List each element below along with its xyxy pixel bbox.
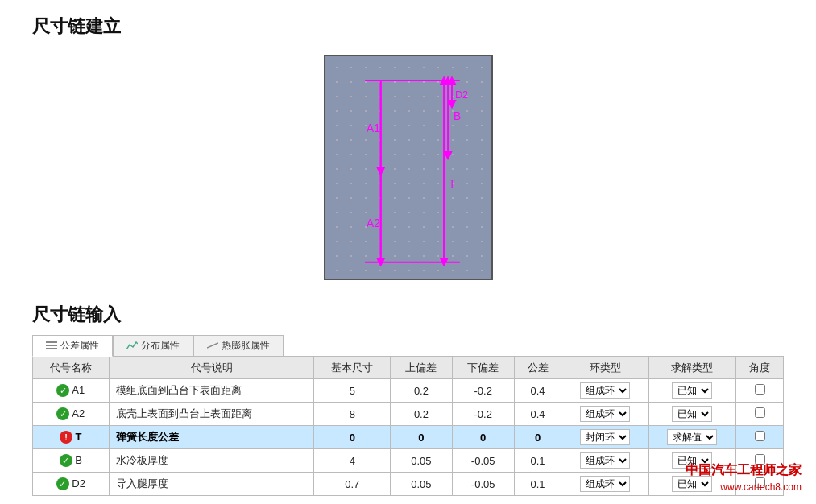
cell-ring-type[interactable]: 封闭环 bbox=[561, 426, 648, 449]
cell-lower: -0.2 bbox=[452, 379, 514, 403]
svg-text:B: B bbox=[453, 110, 460, 122]
col-basic: 基本尺寸 bbox=[314, 357, 391, 379]
cell-basic: 5 bbox=[314, 379, 391, 403]
watermark-sub: www.cartech8.com bbox=[686, 480, 802, 494]
cell-tol: 0.4 bbox=[514, 403, 561, 426]
cell-ring-type[interactable]: 组成环 bbox=[561, 403, 648, 426]
cell-basic: 4 bbox=[314, 449, 391, 473]
svg-rect-16 bbox=[46, 348, 57, 349]
solve-type-select[interactable]: 已知 bbox=[672, 382, 712, 399]
tab-distribution[interactable]: 分布属性 bbox=[113, 335, 193, 356]
cell-lower: -0.05 bbox=[452, 473, 514, 496]
cell-angle[interactable] bbox=[736, 379, 784, 403]
cell-lower: -0.05 bbox=[452, 449, 514, 473]
table-row: ! T弹簧长度公差0000封闭环求解值 bbox=[33, 426, 784, 449]
angle-checkbox[interactable] bbox=[755, 407, 765, 418]
cell-desc: 弹簧长度公差 bbox=[109, 426, 314, 449]
svg-rect-15 bbox=[46, 345, 57, 346]
table-row: ✓ A1模组底面到凸台下表面距离50.2-0.20.4组成环已知 bbox=[33, 379, 784, 403]
cell-angle[interactable] bbox=[736, 426, 784, 449]
svg-line-17 bbox=[207, 343, 218, 348]
cell-basic: 8 bbox=[314, 403, 391, 426]
ok-icon: ✓ bbox=[56, 407, 69, 420]
diagram-area: A1 A2 T B D2 bbox=[0, 55, 816, 280]
watermark-main: 中国汽车工程师之家 bbox=[686, 461, 802, 480]
tab-tolerance[interactable]: 公差属性 bbox=[32, 335, 113, 357]
table-row: ✓ D2导入腿厚度0.70.05-0.050.1组成环已知 bbox=[33, 473, 784, 496]
ok-icon: ✓ bbox=[56, 477, 69, 490]
tab-bar: 公差属性 分布属性 热膨胀属性 bbox=[32, 335, 784, 357]
cell-upper: 0.05 bbox=[391, 473, 453, 496]
svg-rect-14 bbox=[46, 341, 57, 343]
cell-upper: 0.2 bbox=[391, 379, 453, 403]
svg-text:D2: D2 bbox=[454, 89, 467, 101]
cell-ring-type[interactable]: 组成环 bbox=[561, 449, 648, 473]
svg-text:A1: A1 bbox=[367, 122, 380, 134]
cell-basic: 0.7 bbox=[314, 473, 391, 496]
col-solve: 求解类型 bbox=[648, 357, 735, 379]
cell-tol: 0.1 bbox=[514, 449, 561, 473]
chart-icon bbox=[126, 341, 138, 352]
table-row: ✓ A2底壳上表面到凸台上表面距离80.2-0.20.4组成环已知 bbox=[33, 403, 784, 426]
cell-lower: -0.2 bbox=[452, 403, 514, 426]
cell-upper: 0.2 bbox=[391, 403, 453, 426]
angle-checkbox[interactable] bbox=[755, 384, 765, 395]
cell-tol: 0 bbox=[514, 426, 561, 449]
solve-type-select[interactable]: 已知 bbox=[672, 406, 712, 422]
diagram-svg: A1 A2 T B D2 bbox=[325, 56, 491, 279]
col-lower: 下偏差 bbox=[452, 357, 514, 379]
tab-tolerance-label: 公差属性 bbox=[60, 339, 99, 353]
tab-thermal[interactable]: 热膨胀属性 bbox=[193, 335, 284, 356]
cell-code-name: ✓ A1 bbox=[33, 379, 110, 403]
ring-type-select[interactable]: 组成环 bbox=[580, 406, 630, 422]
col-code-desc: 代号说明 bbox=[109, 357, 314, 379]
col-tol: 公差 bbox=[514, 357, 561, 379]
tab-distribution-label: 分布属性 bbox=[141, 339, 180, 353]
cell-code-name: ✓ A2 bbox=[33, 403, 110, 426]
svg-text:T: T bbox=[449, 178, 456, 190]
svg-text:A2: A2 bbox=[367, 217, 380, 229]
page-title-1: 尺寸链建立 bbox=[0, 0, 816, 47]
table-section: 公差属性 分布属性 热膨胀属性 代号名称 代号说明 基本尺寸 上偏差 下偏差 公… bbox=[32, 335, 784, 496]
page-title-2: 尺寸链输入 bbox=[0, 296, 816, 335]
col-ring: 环类型 bbox=[561, 357, 648, 379]
cell-ring-type[interactable]: 组成环 bbox=[561, 379, 648, 403]
angle-checkbox[interactable] bbox=[755, 431, 765, 441]
ok-icon: ✓ bbox=[56, 384, 69, 397]
ok-icon: ✓ bbox=[60, 454, 72, 467]
cell-solve-type[interactable]: 求解值 bbox=[648, 426, 735, 449]
cell-tol: 0.4 bbox=[514, 379, 561, 403]
cell-desc: 模组底面到凸台下表面距离 bbox=[109, 379, 314, 403]
dimension-table: 代号名称 代号说明 基本尺寸 上偏差 下偏差 公差 环类型 求解类型 角度 ✓ … bbox=[32, 357, 784, 496]
cell-upper: 0.05 bbox=[391, 449, 453, 473]
col-code-name: 代号名称 bbox=[33, 357, 110, 379]
dimension-diagram: A1 A2 T B D2 bbox=[324, 55, 493, 280]
cell-basic: 0 bbox=[314, 426, 391, 449]
table-header-row: 代号名称 代号说明 基本尺寸 上偏差 下偏差 公差 环类型 求解类型 角度 bbox=[33, 357, 784, 379]
col-angle: 角度 bbox=[736, 357, 784, 379]
cell-code-name: ✓ D2 bbox=[33, 473, 110, 496]
cell-desc: 底壳上表面到凸台上表面距离 bbox=[109, 403, 314, 426]
cell-desc: 水冷板厚度 bbox=[109, 449, 314, 473]
cell-solve-type[interactable]: 已知 bbox=[648, 403, 735, 426]
col-upper: 上偏差 bbox=[391, 357, 453, 379]
cell-upper: 0 bbox=[391, 426, 453, 449]
cell-angle[interactable] bbox=[736, 403, 784, 426]
ring-type-select[interactable]: 组成环 bbox=[580, 476, 630, 492]
ring-type-select[interactable]: 封闭环 bbox=[580, 429, 630, 445]
watermark: 中国汽车工程师之家 www.cartech8.com bbox=[686, 461, 802, 494]
line-icon bbox=[207, 341, 218, 352]
cell-code-name: ! T bbox=[33, 426, 110, 449]
cell-ring-type[interactable]: 组成环 bbox=[561, 473, 648, 496]
cell-tol: 0.1 bbox=[514, 473, 561, 496]
cell-lower: 0 bbox=[452, 426, 514, 449]
solve-type-select[interactable]: 求解值 bbox=[667, 429, 717, 445]
cell-code-name: ✓ B bbox=[33, 449, 110, 473]
cell-solve-type[interactable]: 已知 bbox=[648, 379, 735, 403]
table-icon bbox=[46, 341, 57, 352]
error-icon: ! bbox=[60, 431, 72, 444]
table-row: ✓ B水冷板厚度40.05-0.050.1组成环已知 bbox=[33, 449, 784, 473]
ring-type-select[interactable]: 组成环 bbox=[580, 382, 630, 399]
ring-type-select[interactable]: 组成环 bbox=[580, 452, 630, 469]
cell-desc: 导入腿厚度 bbox=[109, 473, 314, 496]
